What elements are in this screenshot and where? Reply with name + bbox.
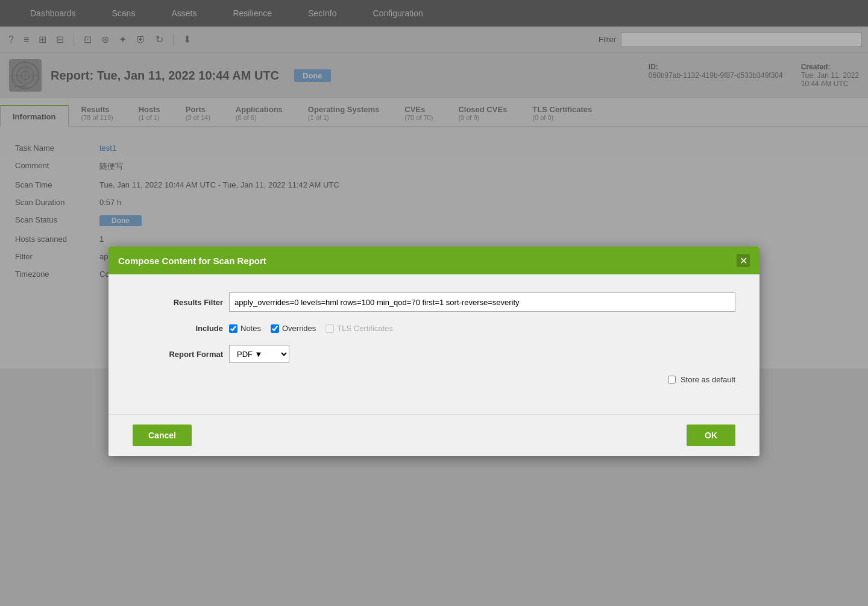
compose-modal: Compose Content for Scan Report ✕ Result…: [108, 247, 760, 456]
modal-body: Results Filter Include Notes Overrides: [108, 274, 760, 414]
notes-checkbox[interactable]: [229, 324, 237, 333]
modal-title: Compose Content for Scan Report: [118, 256, 266, 266]
modal-header: Compose Content for Scan Report ✕: [108, 247, 760, 274]
report-format-label: Report Format: [133, 350, 223, 359]
modal-close-button[interactable]: ✕: [737, 254, 750, 267]
store-default-label: Store as default: [681, 375, 735, 384]
store-default-row: Store as default: [133, 375, 735, 384]
ok-button[interactable]: OK: [687, 425, 735, 446]
include-checkbox-group: Notes Overrides TLS Certificates: [229, 324, 393, 333]
notes-checkbox-item[interactable]: Notes: [229, 324, 261, 333]
report-format-select[interactable]: PDF ▼ HTML XML CSV: [229, 345, 289, 363]
cancel-button[interactable]: Cancel: [133, 425, 192, 446]
results-filter-label: Results Filter: [133, 298, 223, 307]
overrides-checkbox[interactable]: [271, 324, 279, 333]
report-format-row: Report Format PDF ▼ HTML XML CSV: [133, 345, 735, 363]
tls-cert-checkbox-item: TLS Certificates: [326, 324, 392, 333]
tls-cert-label: TLS Certificates: [337, 324, 392, 333]
tls-cert-checkbox[interactable]: [326, 324, 334, 333]
modal-footer: Cancel OK: [108, 414, 760, 456]
include-row: Include Notes Overrides TLS Certificates: [133, 324, 735, 333]
modal-overlay: Compose Content for Scan Report ✕ Result…: [0, 0, 868, 606]
overrides-label: Overrides: [282, 324, 316, 333]
notes-label: Notes: [241, 324, 261, 333]
store-default-checkbox[interactable]: [668, 376, 676, 383]
results-filter-input[interactable]: [229, 292, 735, 312]
include-label: Include: [133, 324, 223, 333]
overrides-checkbox-item[interactable]: Overrides: [271, 324, 316, 333]
results-filter-row: Results Filter: [133, 292, 735, 312]
